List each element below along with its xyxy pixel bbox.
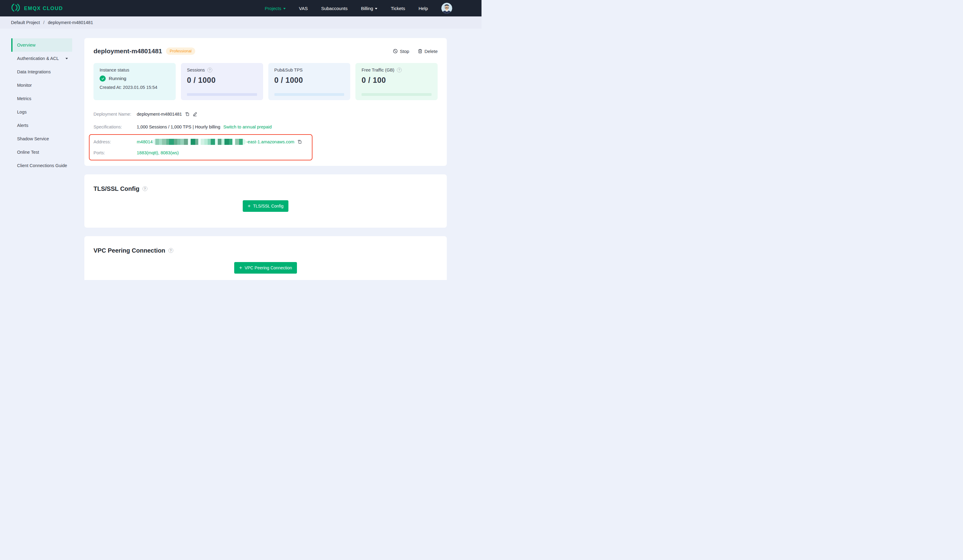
copy-icon[interactable] (185, 112, 190, 117)
emqx-logo-icon (10, 2, 21, 14)
sidebar-item-online-test[interactable]: Online Test (11, 146, 72, 159)
deployment-title: deployment-m4801481 (94, 47, 162, 56)
add-tls-ssl-config-button[interactable]: + TLS/SSL Config (243, 200, 289, 212)
specifications-row: Specifications: 1,000 Sessions / 1,000 T… (94, 121, 438, 133)
tls-ssl-card: TLS/SSL Config ? + TLS/SSL Config (84, 175, 447, 228)
brand-name: EMQX CLOUD (24, 5, 63, 11)
help-icon[interactable]: ? (397, 68, 402, 73)
created-at: Created At: 2023.01.05 15:54 (100, 85, 170, 90)
sidebar-item-authentication-acl[interactable]: Authentication & ACL (11, 52, 72, 65)
trash-icon (418, 49, 422, 53)
annotation-highlight-box: Address: m48014 -east-1.amazonaws.com (89, 134, 313, 160)
add-vpc-peering-button[interactable]: + VPC Peering Connection (234, 262, 297, 274)
plan-badge: Professional (166, 47, 195, 55)
redacted-pixel (188, 139, 191, 145)
nav-item-subaccounts[interactable]: Subaccounts (321, 6, 347, 11)
sidebar: Overview Authentication & ACL Data Integ… (0, 29, 84, 280)
redacted-pixel (155, 139, 159, 145)
deployment-name-row: Deployment Name: deployment-m4801481 (94, 108, 438, 121)
free-traffic-card: Free Traffic (GB) ? 0 / 100 (355, 63, 438, 100)
check-circle-icon (100, 76, 106, 82)
sidebar-item-data-integrations[interactable]: Data Integrations (11, 65, 72, 79)
nav-item-tickets[interactable]: Tickets (391, 6, 405, 11)
redacted-pixel (218, 139, 221, 145)
breadcrumb: Default Project / deployment-m4801481 (0, 16, 481, 29)
redacted-pixel (229, 139, 232, 145)
address-redacted (153, 139, 246, 145)
redacted-pixel (235, 139, 239, 145)
pubsub-progress-bar (274, 93, 344, 96)
redacted-pixel (166, 139, 169, 145)
user-avatar[interactable] (441, 3, 452, 14)
address-prefix: m48014 (137, 139, 152, 144)
redacted-pixel (221, 139, 224, 145)
specifications-value: 1,000 Sessions / 1,000 TPS | Hourly bill… (137, 125, 220, 129)
tls-ssl-title: TLS/SSL Config (94, 185, 139, 193)
redacted-pixel (153, 139, 155, 145)
chevron-down-icon (283, 8, 286, 10)
nav-item-projects[interactable]: Projects (265, 6, 285, 11)
redacted-pixel (169, 139, 174, 145)
help-icon[interactable]: ? (208, 68, 212, 73)
vpc-peering-title: VPC Peering Connection (94, 246, 165, 254)
copy-icon[interactable] (297, 139, 302, 144)
free-traffic-progress-bar (362, 93, 431, 96)
status-badge: Running (109, 76, 126, 81)
redacted-pixel (239, 139, 243, 145)
brand[interactable]: EMQX CLOUD (10, 2, 63, 14)
redacted-pixel (159, 139, 162, 145)
nav-item-help[interactable]: Help (418, 6, 428, 11)
redacted-pixel (201, 139, 204, 145)
free-traffic-value: 0 / 100 (362, 76, 431, 84)
nav-menu: Projects VAS Subaccounts Billing Tickets… (265, 3, 452, 14)
delete-button[interactable]: Delete (418, 49, 438, 54)
redacted-pixel (180, 139, 184, 145)
redacted-pixel (177, 139, 180, 145)
vpc-peering-card: VPC Peering Connection ? + VPC Peering C… (84, 236, 447, 280)
sidebar-item-monitor[interactable]: Monitor (11, 79, 72, 92)
redacted-pixel (204, 139, 208, 145)
pubsub-tps-card: Pub&Sub TPS 0 / 1000 (268, 63, 350, 100)
stop-icon (393, 49, 398, 53)
breadcrumb-separator: / (43, 20, 44, 25)
sidebar-item-alerts[interactable]: Alerts (11, 119, 72, 132)
redacted-pixel (224, 139, 229, 145)
redacted-pixel (195, 139, 198, 145)
address-row: Address: m48014 -east-1.amazonaws.com (94, 136, 312, 147)
help-icon[interactable]: ? (169, 248, 173, 253)
nav-item-billing[interactable]: Billing (361, 6, 377, 11)
pubsub-tps-value: 0 / 1000 (274, 76, 344, 84)
edit-pencil-icon[interactable] (193, 112, 197, 117)
sidebar-item-client-connections-guide[interactable]: Client Connections Guide (11, 159, 72, 172)
redacted-pixel (215, 139, 218, 145)
sidebar-item-logs[interactable]: Logs (11, 105, 72, 119)
sidebar-item-overview[interactable]: Overview (11, 38, 72, 52)
sidebar-item-metrics[interactable]: Metrics (11, 92, 72, 105)
breadcrumb-project[interactable]: Default Project (11, 20, 40, 25)
redacted-pixel (211, 139, 215, 145)
stop-button[interactable]: Stop (393, 49, 409, 54)
sidebar-item-shadow-service[interactable]: Shadow Service (11, 132, 72, 146)
switch-annual-prepaid-link[interactable]: Switch to annual prepaid (223, 125, 272, 129)
ports-row: Ports: 1883(mqtt), 8083(ws) (94, 147, 312, 158)
plus-icon: + (248, 203, 251, 209)
redacted-pixel (232, 139, 235, 145)
help-icon[interactable]: ? (143, 186, 148, 191)
ports-value: 1883(mqtt), 8083(ws) (137, 151, 179, 155)
instance-status-card: Instance status Running Created At: 2023… (94, 63, 176, 100)
address-suffix: -east-1.amazonaws.com (246, 139, 294, 144)
redacted-pixel (184, 139, 188, 145)
chevron-down-icon (375, 8, 377, 10)
redacted-pixel (243, 139, 246, 145)
chevron-down-icon (65, 58, 68, 59)
redacted-pixel (208, 139, 211, 145)
redacted-pixel (191, 139, 195, 145)
nav-item-vas[interactable]: VAS (299, 6, 308, 11)
sessions-value: 0 / 1000 (187, 76, 257, 84)
deployment-overview-card: deployment-m4801481 Professional Stop (84, 38, 447, 166)
sessions-progress-bar (187, 93, 257, 96)
deployment-name-value: deployment-m4801481 (137, 112, 182, 117)
redacted-pixel (162, 139, 166, 145)
redacted-pixel (198, 139, 201, 145)
top-nav: EMQX CLOUD Projects VAS Subaccounts Bill… (0, 0, 481, 16)
